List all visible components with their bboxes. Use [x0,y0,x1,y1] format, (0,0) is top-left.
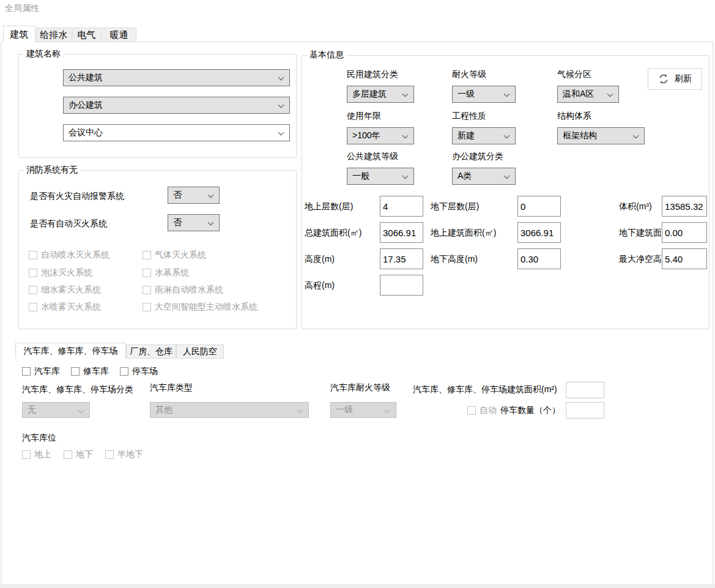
chevron-down-icon [297,408,303,414]
checkbox-box [29,251,37,259]
garage-area-label: 汽车库、修车库、停车场建筑面积(m²) [413,384,557,395]
combo-garage-classification[interactable]: 无 [22,402,90,418]
underground-height-label: 地下高度(m) [431,254,478,265]
checkbox-box [143,251,151,259]
floors-above-input[interactable] [380,196,423,217]
chevron-down-icon [504,173,510,179]
chevron-down-icon [208,220,214,226]
group-fire-system: 消防系统有无 是否有火灾自动报警系统 否 是否有自动灭火系统 否 自动喷水灭火系… [18,170,297,329]
checkbox-foam-extinguish-system[interactable]: 泡沫灭火系统 [29,267,92,278]
height-input[interactable] [380,248,423,269]
combo-structure-system[interactable]: 框架结构 [557,127,645,144]
climate-zone-label: 气候分区 [557,69,591,80]
combo-climate-zone[interactable]: 温和A区 [557,86,619,103]
checkbox-position-underground[interactable]: 地下 [64,449,93,460]
chevron-down-icon [278,102,284,108]
chevron-down-icon [402,133,409,139]
combo-garage-fire-rating[interactable]: 一级 [330,402,396,418]
window-right-edge [713,42,714,584]
chevron-down-icon [633,133,639,139]
checkbox-auto-count[interactable]: 自动 [467,405,497,416]
garage-area-input[interactable] [566,382,604,398]
floors-below-input[interactable] [517,196,561,217]
fire-alarm-question-label: 是否有火灾自动报警系统 [30,191,124,202]
combo-public-building-grade[interactable]: 一般 [347,168,414,185]
combo-office-building-class[interactable]: A类 [452,168,516,185]
volume-label: 体积(m³) [619,201,652,212]
underground-height-input[interactable] [517,248,561,269]
subtab-civil-air-defense[interactable]: 人民防空 [176,344,224,359]
checkbox-large-space-smart-sprinkler[interactable]: 大空间智能型主动喷水系统 [143,302,257,313]
total-area-input[interactable] [380,222,423,243]
combo-fire-rating[interactable]: 一级 [452,86,516,103]
project-nature-label: 工程性质 [452,111,486,122]
tab-plumbing[interactable]: 给排水 [36,28,72,42]
combo-service-life[interactable]: >100年 [347,127,414,144]
office-building-class-label: 办公建筑分类 [452,151,503,162]
chevron-down-icon [78,408,84,414]
parking-count-input[interactable] [566,402,604,419]
checkbox-box [143,303,151,311]
chevron-down-icon [607,91,613,97]
max-clear-height-input[interactable] [662,248,707,269]
above-ground-area-label: 地上建筑面积(㎡) [431,228,496,239]
combo-fire-alarm[interactable]: 否 [168,187,220,204]
checkbox-box [143,269,151,277]
subtab-factory-warehouse[interactable]: 厂房、仓库 [126,344,176,359]
garage-fire-rating-label: 汽车库耐火等级 [330,382,390,393]
chevron-down-icon [208,192,214,198]
checkbox-deluge-sprinkler-system[interactable]: 雨淋自动喷水系统 [143,285,223,296]
fire-rating-label: 耐火等级 [452,69,486,80]
checkbox-position-semi-underground[interactable]: 半地下 [105,449,143,460]
tab-electrical[interactable]: 电气 [72,28,101,42]
civil-building-class-label: 民用建筑分类 [347,69,398,80]
chevron-down-icon [402,173,409,179]
subtab-garage[interactable]: 汽车库、修车库、停车场 [15,343,126,359]
garage-type-label: 汽车库类型 [150,382,193,393]
elevation-input[interactable] [380,275,423,296]
combo-auto-extinguish[interactable]: 否 [168,214,220,231]
checkbox-box [467,406,476,415]
chevron-down-icon [402,91,409,97]
checkbox-box [29,286,37,294]
checkbox-garage[interactable]: 汽车库 [22,366,60,377]
checkbox-parking-lot[interactable]: 停车场 [120,366,158,377]
checkbox-box [105,450,114,459]
combo-garage-type[interactable]: 其他 [150,402,309,418]
below-ground-area-input[interactable] [662,222,707,243]
checkbox-position-above-ground[interactable]: 地上 [22,449,51,460]
garage-classification-label: 汽车库、修车库、停车场分类 [22,382,139,400]
group-fire-system-title: 消防系统有无 [24,165,80,176]
combo-civil-building-class[interactable]: 多层建筑 [347,86,414,103]
checkbox-water-spray-system[interactable]: 水喷雾灭火系统 [29,302,101,313]
chevron-down-icon [278,130,284,136]
above-ground-area-input[interactable] [517,222,561,243]
tab-architecture[interactable]: 建筑 [3,26,35,42]
checkbox-water-mist-system[interactable]: 细水雾灭火系统 [29,285,101,296]
window-left-edge [1,42,2,584]
refresh-button[interactable]: 刷新 [648,68,702,90]
floors-above-label: 地上层数(层) [305,201,353,212]
elevation-label: 高程(m) [305,280,335,291]
group-building-name-title: 建筑名称 [24,48,63,59]
chevron-down-icon [504,91,510,97]
volume-input[interactable] [662,196,707,217]
checkbox-auto-sprinkler-system[interactable]: 自动喷水灭火系统 [29,250,109,261]
tab-hvac[interactable]: 暖通 [102,28,136,42]
total-area-label: 总建筑面积(㎡) [305,228,361,239]
checkbox-gas-extinguish-system[interactable]: 气体灭火系统 [143,250,206,261]
chevron-down-icon [278,75,284,81]
garage-position-label: 汽车库位 [22,433,56,444]
combo-project-nature[interactable]: 新建 [452,127,516,144]
auto-extinguish-question-label: 是否有自动灭火系统 [30,218,107,229]
combo-building-category-1[interactable]: 公共建筑 [63,69,290,86]
checkbox-box [64,450,72,459]
checkbox-water-curtain-system[interactable]: 水幕系统 [143,267,189,278]
parking-count-label: 停车数量（个） [500,405,560,416]
combo-building-category-2[interactable]: 办公建筑 [63,97,290,114]
checkbox-repair-garage[interactable]: 修车库 [71,366,109,377]
checkbox-box [29,269,37,277]
checkbox-box [22,367,31,376]
checkbox-box [22,450,31,459]
combo-building-category-3[interactable]: 会议中心 [63,124,290,141]
